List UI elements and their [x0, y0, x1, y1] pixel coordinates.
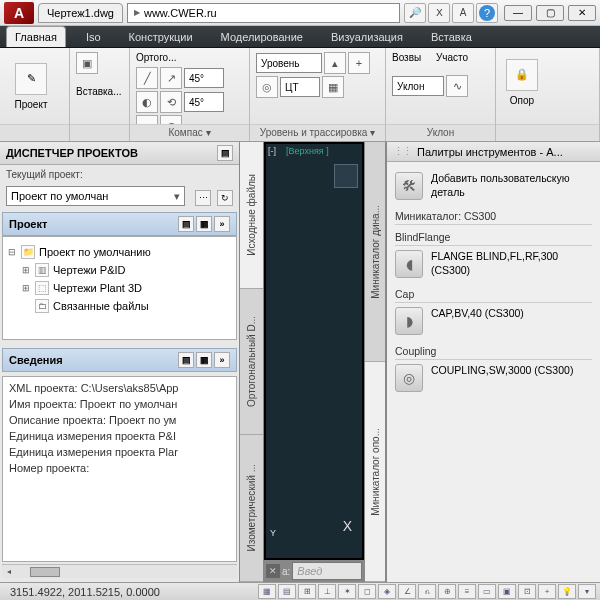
vtab-minicat-dyn[interactable]: Миникаталог дина...: [365, 142, 385, 362]
angle1-field[interactable]: 45°: [184, 68, 224, 88]
tool-flange-blind[interactable]: ◖ FLANGE BLIND,FL,RF,300 (CS300): [395, 245, 592, 282]
tab-iso[interactable]: Iso: [78, 27, 109, 47]
sb-dyn-icon[interactable]: ⊕: [438, 584, 456, 599]
info-tool2-icon[interactable]: ▦: [196, 352, 212, 368]
sb-polar-icon[interactable]: ✶: [338, 584, 356, 599]
refresh-icon[interactable]: ↻: [217, 190, 233, 206]
line-icon[interactable]: ╱: [136, 67, 158, 89]
level-plus-icon[interactable]: +: [348, 52, 370, 74]
expand-c2-icon[interactable]: ⊞: [21, 283, 31, 293]
sb-model-icon[interactable]: ▦: [258, 584, 276, 599]
circle-icon[interactable]: ◐: [136, 91, 158, 113]
arc-icon[interactable]: ↗: [160, 67, 182, 89]
view2-icon[interactable]: ▦: [196, 216, 212, 232]
sb-lwt-icon[interactable]: ≡: [458, 584, 476, 599]
project-button[interactable]: ✎ Проект: [6, 52, 56, 120]
tool-add-custom[interactable]: 🛠 Добавить пользовательскую деталь: [395, 168, 592, 204]
section-label[interactable]: Участо: [436, 52, 468, 63]
tab-modeling[interactable]: Моделирование: [213, 27, 311, 47]
minimize-button[interactable]: —: [504, 5, 532, 21]
vtab-ortho[interactable]: Ортогональный D...: [240, 289, 263, 436]
ortho-label: Ортого...: [136, 52, 243, 63]
a-tool-icon[interactable]: A: [452, 3, 474, 23]
sb-snap-icon[interactable]: ⊞: [298, 584, 316, 599]
browse-icon[interactable]: ⋯: [195, 190, 211, 206]
expand-c1-icon[interactable]: ⊞: [21, 265, 31, 275]
ct-field[interactable]: ЦТ: [280, 77, 320, 97]
group-slope: Уклон: [386, 124, 495, 140]
current-project-combo[interactable]: Проект по умолчан: [6, 186, 185, 206]
angle2-field[interactable]: 45°: [184, 92, 224, 112]
info-collapse-icon[interactable]: »: [214, 352, 230, 368]
tree-linked[interactable]: Связанные файлы: [53, 300, 149, 312]
sb-ducs-icon[interactable]: ⎌: [418, 584, 436, 599]
scroll-thumb[interactable]: [30, 567, 60, 577]
maximize-button[interactable]: ▢: [536, 5, 564, 21]
tab-insert[interactable]: Вставка: [423, 27, 480, 47]
sb-3dosnap-icon[interactable]: ◈: [378, 584, 396, 599]
group-level[interactable]: Уровень и трассировка ▾: [250, 124, 385, 140]
view1-icon[interactable]: ▤: [178, 216, 194, 232]
drawing-viewport[interactable]: [-] [Верхняя ] Y X: [264, 142, 364, 560]
collapse-icon[interactable]: »: [214, 216, 230, 232]
project-tree[interactable]: ⊟📁Проект по умолчанию ⊞▥Чертежи P&ID ⊞⬚Ч…: [2, 236, 237, 340]
tree-root[interactable]: Проект по умолчанию: [39, 246, 151, 258]
tree-plant3d[interactable]: Чертежи Plant 3D: [53, 282, 142, 294]
tree-pid[interactable]: Чертежи P&ID: [53, 264, 125, 276]
orbit-icon[interactable]: ⟲: [160, 91, 182, 113]
expand-root-icon[interactable]: ⊟: [7, 247, 17, 257]
tool-coupling[interactable]: ◎ COUPLING,SW,3000 (CS300): [395, 359, 592, 396]
tool-palette-panel: ⋮⋮ Палитры инструментов - A... 🛠 Добавит…: [386, 142, 600, 582]
slope-tool-icon[interactable]: ∿: [446, 75, 468, 97]
ct-tool-icon[interactable]: ▦: [322, 76, 344, 98]
tab-constructions[interactable]: Конструкции: [121, 27, 201, 47]
close-button[interactable]: ✕: [568, 5, 596, 21]
group-compass[interactable]: Компас ▾: [130, 124, 249, 140]
tab-home[interactable]: Главная: [6, 26, 66, 47]
sb-grid-icon[interactable]: ▤: [278, 584, 296, 599]
tool-label: FLANGE BLIND,FL,RF,300 (CS300): [431, 250, 592, 277]
search-url-box[interactable]: www.CWER.ru: [127, 3, 400, 23]
sb-ext3-icon[interactable]: ▾: [578, 584, 596, 599]
category-cap: Cap: [395, 282, 592, 302]
vtab-iso[interactable]: Изометрический ...: [240, 435, 263, 582]
document-tab[interactable]: Чертеж1.dwg: [38, 3, 123, 23]
grip-icon[interactable]: ⋮⋮: [393, 145, 411, 158]
insert-icon[interactable]: ▣: [76, 52, 98, 74]
navcube-icon[interactable]: [334, 164, 358, 188]
vtab-minicat-sup[interactable]: Миникаталог опо...: [365, 362, 385, 582]
info-hscroll[interactable]: ◂: [2, 564, 237, 578]
return-label[interactable]: Возвы: [392, 52, 434, 63]
support-button[interactable]: 🔒 Опор: [502, 52, 542, 112]
sb-qp-icon[interactable]: ▣: [498, 584, 516, 599]
add-part-icon: 🛠: [395, 172, 423, 200]
sb-tpy-icon[interactable]: ▭: [478, 584, 496, 599]
command-input[interactable]: Введ: [292, 562, 362, 580]
panel-close-icon[interactable]: ▤: [217, 145, 233, 161]
scroll-left-icon[interactable]: ◂: [2, 567, 16, 576]
ct-icon[interactable]: ◎: [256, 76, 278, 98]
sb-ext2-icon[interactable]: 💡: [558, 584, 576, 599]
tab-visualization[interactable]: Визуализация: [323, 27, 411, 47]
cmd-close-icon[interactable]: ✕: [266, 564, 280, 578]
viewport-view[interactable]: [Верхняя ]: [286, 146, 329, 156]
sb-ext1-icon[interactable]: +: [538, 584, 556, 599]
level-up-icon[interactable]: ▴: [324, 52, 346, 74]
sb-otrack-icon[interactable]: ∠: [398, 584, 416, 599]
level-field[interactable]: Уровень: [256, 53, 322, 73]
sb-sc-icon[interactable]: ⊡: [518, 584, 536, 599]
sb-ortho-icon[interactable]: ⊥: [318, 584, 336, 599]
x-tool-icon[interactable]: Ⅹ: [428, 3, 450, 23]
sb-osnap-icon[interactable]: ◻: [358, 584, 376, 599]
slope-field[interactable]: Уклон: [392, 76, 444, 96]
insert-label[interactable]: Вставка...: [76, 86, 123, 97]
command-bar: ✕ a: Введ: [264, 560, 364, 582]
info-tool1-icon[interactable]: ▤: [178, 352, 194, 368]
vtab-source[interactable]: Исходные файлы: [240, 142, 263, 289]
help-dropdown[interactable]: ?: [476, 3, 498, 23]
category-coupling: Coupling: [395, 339, 592, 359]
app-logo[interactable]: A: [4, 2, 34, 24]
binoculars-icon[interactable]: 🔎: [404, 3, 426, 23]
tool-cap[interactable]: ◗ CAP,BV,40 (CS300): [395, 302, 592, 339]
viewport-corner[interactable]: [-]: [268, 146, 276, 156]
